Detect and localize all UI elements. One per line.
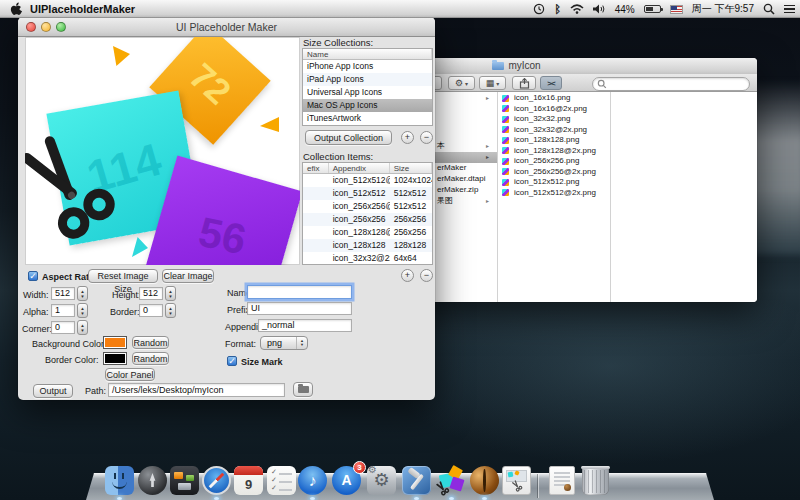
spotlight-icon[interactable] [763, 3, 775, 15]
size-collection-row[interactable]: iTunesArtwork [303, 112, 432, 125]
format-dropdown[interactable]: png ▲▼ [260, 336, 308, 350]
dock-image-document-icon[interactable] [502, 466, 531, 495]
size-collection-row-selected[interactable]: Mac OS App Icons [303, 99, 432, 112]
column-divider[interactable] [497, 92, 498, 302]
collection-item-row[interactable]: icon_128x128128x128 [303, 239, 432, 252]
add-collection-button[interactable]: + [401, 131, 414, 144]
dock-trash-icon[interactable] [582, 466, 609, 495]
width-stepper[interactable]: ▲▼ [77, 286, 88, 301]
width-field[interactable]: 512 [51, 287, 75, 300]
file-row[interactable]: icon_256x256.png [502, 156, 608, 167]
corner-stepper[interactable]: ▲▼ [77, 320, 88, 335]
add-item-button[interactable]: + [401, 269, 414, 282]
wifi-icon[interactable] [570, 4, 584, 14]
choose-folder-button[interactable] [293, 382, 313, 397]
finder-column1-item[interactable]: 果图 [437, 196, 453, 207]
action-gear-button[interactable]: ⚙▾ [448, 76, 475, 90]
file-row[interactable]: icon_128x128.png [502, 135, 608, 146]
appendix-field[interactable]: _normal [258, 319, 352, 332]
border-random-button[interactable]: Random [132, 352, 169, 365]
share-button[interactable] [512, 76, 536, 90]
column-header-name[interactable]: Name [303, 49, 432, 59]
collection-item-row[interactable]: icon_128x128@2x256x256 [303, 226, 432, 239]
column-header-size[interactable]: Size [390, 163, 432, 173]
column-header-prefix[interactable]: efix [303, 163, 329, 173]
collection-item-row[interactable]: icon_512x512512x512 [303, 187, 432, 200]
finder-column1-item[interactable]: erMaker.zip [437, 185, 478, 196]
alpha-stepper[interactable]: ▲▼ [77, 303, 88, 318]
minimize-button[interactable] [41, 22, 51, 32]
clear-image-button[interactable]: Clear Image [162, 269, 214, 283]
size-collection-row[interactable]: iPhone App Icons [303, 60, 432, 73]
column-divider[interactable] [610, 92, 611, 302]
share-icon [519, 78, 530, 89]
menubar-clock[interactable]: 周一 下午9:57 [692, 2, 754, 16]
close-button[interactable] [26, 22, 36, 32]
dock-documents-stack-icon[interactable] [549, 466, 575, 495]
bluetooth-icon[interactable]: ᛒ [554, 3, 561, 15]
file-row[interactable]: icon_32x32@2x.png [502, 125, 608, 136]
remove-collection-button[interactable]: − [420, 131, 433, 144]
image-preview[interactable]: 72 114 56 [25, 37, 300, 265]
file-row[interactable]: icon_128x128@2x.png [502, 146, 608, 157]
dock-ui-placeholder-maker-icon[interactable] [437, 466, 466, 495]
arrange-button[interactable]: ▦▾ [479, 76, 506, 90]
volume-icon[interactable] [593, 4, 606, 14]
apple-menu-icon[interactable] [10, 2, 22, 16]
time-machine-icon[interactable] [533, 3, 545, 15]
alpha-field[interactable]: 1 [51, 304, 75, 317]
collection-item-row[interactable]: icon_32x32@2x64x64 [303, 252, 432, 265]
app-titlebar[interactable]: UI Placeholder Maker [18, 17, 435, 37]
border-color-swatch[interactable] [103, 352, 127, 365]
output-button[interactable]: Output [33, 384, 73, 398]
reset-image-size-button[interactable]: Reset Image Size [88, 269, 158, 283]
file-row[interactable]: icon_16x16@2x.png [502, 104, 608, 115]
collection-item-row[interactable]: icon_256x256@2x512x512 [303, 200, 432, 213]
aspect-ratio-checkbox[interactable]: ✓ [28, 271, 38, 281]
notification-center-icon[interactable] [784, 5, 795, 14]
finder-column1-item[interactable]: erMaker [437, 163, 466, 174]
border-stepper[interactable]: ▲▼ [165, 303, 176, 318]
ui-placeholder-maker-toolbar-button[interactable]: >< [540, 76, 562, 90]
size-collection-row[interactable]: Universal App Icons [303, 86, 432, 99]
file-row[interactable]: icon_32x32.png [502, 114, 608, 125]
collection-item-row[interactable]: icon_256x256256x256 [303, 213, 432, 226]
background-random-button[interactable]: Random [132, 336, 169, 349]
dock-system-preferences-icon[interactable]: ⚙ ⚙ [367, 466, 396, 495]
collection-item-row[interactable]: icon_512x512@2x1024x1024 [303, 174, 432, 187]
finder-column1-item[interactable]: erMaker.dtapi [437, 174, 485, 185]
file-row[interactable]: icon_512x512.png [502, 177, 608, 188]
dock-itunes-icon[interactable]: ♪ [298, 466, 327, 495]
dock-xcode-icon[interactable] [402, 466, 431, 495]
dock-mission-control-icon[interactable] [170, 466, 199, 495]
height-stepper[interactable]: ▲▼ [165, 286, 176, 301]
height-field[interactable]: 512 [139, 287, 163, 300]
png-file-icon [502, 137, 509, 144]
dock-app-store-icon[interactable]: A 3 [332, 466, 361, 495]
zoom-button[interactable] [56, 22, 66, 32]
corner-field[interactable]: 0 [51, 321, 75, 334]
menubar-app-name[interactable]: UIPlaceholderMaker [30, 3, 135, 15]
name-field[interactable] [247, 285, 352, 299]
size-mark-checkbox[interactable]: ✓ [227, 356, 237, 366]
file-row[interactable]: icon_512x512@2x.png [502, 188, 608, 199]
color-panel-button[interactable]: Color Panel [105, 368, 155, 381]
file-row[interactable]: icon_256x256@2x.png [502, 167, 608, 178]
input-source-flag-icon[interactable] [670, 5, 683, 14]
dock-reminders-icon[interactable]: ✓ ✓ ✓ [267, 466, 296, 495]
dock-finder-icon[interactable] [105, 466, 134, 495]
column-header-appendix[interactable]: Appendix [329, 163, 390, 173]
output-collection-button[interactable]: Output Collection [305, 130, 392, 145]
finder-column1-item[interactable]: 本 [437, 141, 445, 152]
file-row[interactable]: icon_16x16.png [502, 93, 608, 104]
size-collection-row[interactable]: iPad App Icons [303, 73, 432, 86]
path-field[interactable]: /Users/leks/Desktop/myIcon [108, 383, 285, 397]
background-color-swatch[interactable] [103, 336, 127, 349]
dock-calendar-icon[interactable]: 9 [234, 466, 263, 495]
dock-launchpad-icon[interactable] [138, 466, 167, 495]
finder-search-field[interactable] [592, 77, 750, 91]
border-field[interactable]: 0 [139, 304, 163, 317]
remove-item-button[interactable]: − [420, 269, 433, 282]
prefix-field[interactable]: UI [247, 302, 352, 315]
dock-safari-icon[interactable] [202, 466, 231, 495]
